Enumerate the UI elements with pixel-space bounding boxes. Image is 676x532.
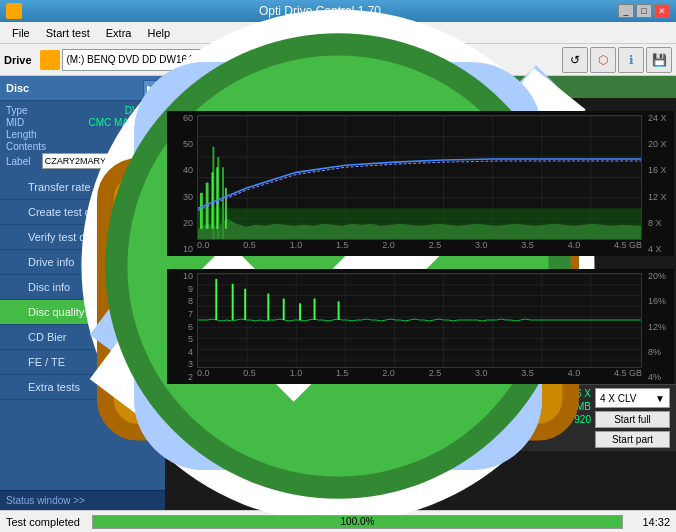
top-chart-y-axis-left: 60 50 40 30 20 10 [167,111,195,256]
bx-label-4-0: 4.0 [568,368,581,384]
y-label-60: 60 [169,113,193,123]
bx-label-0-0: 0.0 [197,368,210,384]
bx-label-2-0: 2.0 [382,368,395,384]
by-label-5: 5 [169,334,193,344]
bx-label-4-5-gb: 4.5 GB [614,368,642,384]
by-label-8pct: 8% [648,347,672,357]
top-chart-plot [197,115,642,240]
bx-label-0-5: 0.5 [243,368,256,384]
bottom-chart-x-axis: 0.0 0.5 1.0 1.5 2.0 2.5 3.0 3.5 4.0 4.5 … [197,368,642,384]
y-label-20: 20 [169,218,193,228]
bx-label-2-5: 2.5 [429,368,442,384]
by-label-9: 9 [169,284,193,294]
y-label-50: 50 [169,139,193,149]
x-label-0-5: 0.5 [243,240,256,256]
x-label-3-5: 3.5 [521,240,534,256]
by-label-16pct: 16% [648,296,672,306]
by-label-8: 8 [169,296,193,306]
top-chart: 60 50 40 30 20 10 24 X 20 X 16 X 12 X 8 … [167,111,674,256]
progress-text: 100.0% [93,516,622,528]
svg-rect-45 [216,167,218,229]
by-label-6: 6 [169,322,193,332]
disc-quality-header: Disc quality [165,76,676,98]
y-label-40: 40 [169,165,193,175]
y-label-8x: 8 X [648,218,672,228]
svg-rect-46 [225,188,227,229]
y-label-24x: 24 X [648,113,672,123]
top-chart-svg [198,116,641,239]
y-label-30: 30 [169,192,193,202]
main-layout: Disc ▶ Type DVD+R MID CMC MAG M01 Length… [0,76,676,510]
by-label-12pct: 12% [648,322,672,332]
svg-rect-66 [244,289,246,320]
content-area: Disc quality PIE Read speed Write speed … [165,76,676,510]
x-label-3-0: 3.0 [475,240,488,256]
x-label-1-5: 1.5 [336,240,349,256]
progress-bar: 100.0% [92,515,623,529]
y-label-20x: 20 X [648,139,672,149]
x-label-2-5: 2.5 [429,240,442,256]
x-label-4-5-gb: 4.5 GB [614,240,642,256]
bottom-chart-y-axis-left: 10 9 8 7 6 5 4 3 2 [167,269,195,384]
svg-rect-67 [267,294,269,320]
bx-label-3-5: 3.5 [521,368,534,384]
y-label-16x: 16 X [648,165,672,175]
svg-rect-64 [215,279,217,320]
bottom-chart: 10 9 8 7 6 5 4 3 2 20% 16% 12% 8% 4% [167,269,674,384]
svg-rect-68 [283,298,285,320]
bx-label-1-5: 1.5 [336,368,349,384]
y-label-4x: 4 X [648,244,672,254]
x-label-0-0: 0.0 [197,240,210,256]
by-label-4pct: 4% [648,372,672,382]
by-label-20pct: 20% [648,271,672,281]
y-label-12x: 12 X [648,192,672,202]
svg-rect-44 [211,172,213,228]
disc-quality-icon-header [173,79,189,95]
bottom-chart-plot [197,273,642,368]
top-chart-y-axis-right: 24 X 20 X 16 X 12 X 8 X 4 X [646,111,674,256]
svg-rect-71 [338,301,340,320]
x-label-4-0: 4.0 [568,240,581,256]
y-label-10: 10 [169,244,193,254]
by-label-10: 10 [169,271,193,281]
bottom-chart-y-axis-right: 20% 16% 12% 8% 4% [646,269,674,384]
by-label-7: 7 [169,309,193,319]
x-label-1-0: 1.0 [290,240,303,256]
svg-rect-42 [200,193,203,229]
top-chart-x-axis: 0.0 0.5 1.0 1.5 2.0 2.5 3.0 3.5 4.0 4.5 … [197,240,642,256]
bottom-chart-svg [198,274,641,367]
by-label-4: 4 [169,347,193,357]
svg-rect-65 [232,284,234,320]
bx-label-3-0: 3.0 [475,368,488,384]
svg-rect-70 [314,298,316,320]
by-label-2: 2 [169,372,193,382]
x-label-2-0: 2.0 [382,240,395,256]
bx-label-1-0: 1.0 [290,368,303,384]
by-label-3: 3 [169,359,193,369]
svg-rect-69 [299,303,301,320]
